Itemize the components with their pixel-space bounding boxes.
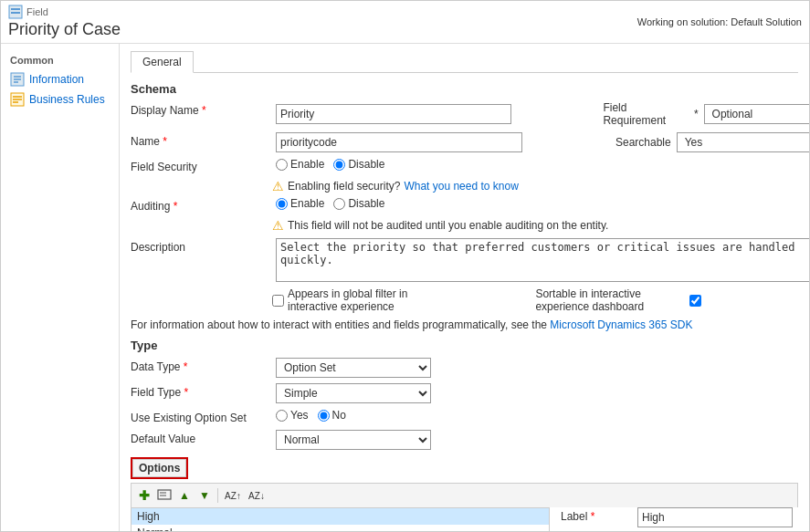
- business-rules-label: Business Rules: [29, 93, 105, 106]
- field-security-enable-option[interactable]: Enable: [276, 158, 324, 171]
- auditing-info-text: This field will not be audited until you…: [288, 219, 608, 232]
- business-rules-icon: [10, 92, 25, 107]
- global-filter-checkbox-label[interactable]: Appears in global filter ininteractive e…: [272, 287, 407, 313]
- searchable-select[interactable]: Yes No: [677, 132, 809, 152]
- use-existing-yes-radio[interactable]: [276, 410, 288, 422]
- auditing-info-row: ⚠ This field will not be audited until y…: [131, 218, 798, 233]
- information-icon: [10, 72, 25, 87]
- options-list: High Normal Low Critical: [131, 508, 549, 531]
- sdk-link-row: For information about how to interact wi…: [131, 318, 798, 331]
- display-name-label: Display Name *: [131, 101, 272, 117]
- options-right-panel: Label * Value *: [561, 507, 798, 531]
- field-requirement-select[interactable]: Optional Business Recommended Business R…: [704, 104, 809, 124]
- warning-icon: ⚠: [272, 179, 284, 193]
- move-down-button[interactable]: ▼: [195, 486, 214, 505]
- options-section: Options ✚ ▲ ▼ AZ↑: [131, 457, 798, 531]
- sort-az-button[interactable]: AZ↑: [222, 486, 244, 505]
- searchable-label: Searchable: [615, 136, 671, 149]
- use-existing-radio-group: Yes No: [276, 409, 346, 422]
- field-security-link[interactable]: What you need to know: [404, 180, 518, 193]
- page-title: Priority of Case: [8, 20, 121, 39]
- type-section: Type Data Type * Option Set Field: [131, 339, 798, 450]
- sdk-link[interactable]: Microsoft Dynamics 365 SDK: [550, 318, 692, 331]
- use-existing-row: Use Existing Option Set Yes No: [131, 409, 798, 424]
- display-name-row: Display Name * Field Requirement * Optio…: [131, 101, 798, 127]
- auditing-enable-radio[interactable]: [276, 198, 288, 210]
- top-bar: Field Priority of Case Working on soluti…: [1, 1, 809, 44]
- description-label: Description: [131, 238, 272, 254]
- field-security-row: Field Security Enable Disable: [131, 158, 798, 173]
- field-type-row: Field Type * Simple: [131, 383, 798, 403]
- information-label: Information: [29, 73, 84, 86]
- data-type-row: Data Type * Option Set: [131, 358, 798, 378]
- options-section-title: Options: [132, 459, 186, 477]
- option-label-row: Label *: [561, 507, 798, 527]
- default-value-row: Default Value Normal High Low Critical: [131, 430, 798, 450]
- field-icon: [8, 5, 23, 19]
- sortable-label: Sortable in interactiveexperience dashbo…: [535, 287, 644, 313]
- type-section-title: Type: [131, 339, 798, 352]
- use-existing-no-radio[interactable]: [318, 410, 330, 422]
- svg-rect-1: [11, 8, 20, 10]
- sidebar-section-common: Common: [1, 51, 119, 69]
- top-bar-left: Field Priority of Case: [8, 5, 121, 39]
- option-label-input[interactable]: [637, 507, 793, 527]
- name-label: Name *: [131, 132, 272, 148]
- schema-section-title: Schema: [131, 82, 798, 96]
- svg-rect-2: [11, 12, 20, 14]
- default-value-select[interactable]: Normal High Low Critical: [276, 430, 431, 450]
- default-value-label: Default Value: [131, 430, 272, 445]
- use-existing-label: Use Existing Option Set: [131, 409, 272, 424]
- field-security-disable-option[interactable]: Disable: [333, 158, 384, 171]
- global-filter-checkbox[interactable]: [272, 295, 284, 307]
- auditing-enable-option[interactable]: Enable: [276, 197, 324, 210]
- working-on-label: Working on solution: Default Solution: [637, 16, 802, 27]
- edit-option-button[interactable]: [155, 486, 174, 505]
- field-security-radio-group: Enable Disable: [276, 158, 384, 171]
- auditing-disable-radio[interactable]: [333, 198, 345, 210]
- options-header-box: Options: [131, 457, 188, 479]
- sort-za-button[interactable]: AZ↓: [246, 486, 268, 505]
- auditing-radio-group: Enable Disable: [276, 197, 384, 210]
- data-type-label: Data Type *: [131, 358, 272, 373]
- add-option-button[interactable]: ✚: [135, 486, 153, 505]
- global-filter-label: Appears in global filter ininteractive e…: [288, 287, 407, 313]
- display-name-input[interactable]: [276, 104, 511, 124]
- breadcrumb: Field: [26, 6, 48, 17]
- filter-sortable-row: Appears in global filter ininteractive e…: [131, 287, 798, 313]
- options-layout: High Normal Low Critical Label *: [131, 507, 798, 531]
- auditing-disable-option[interactable]: Disable: [333, 197, 384, 210]
- field-type-label: Field Type *: [131, 383, 272, 399]
- main-content: General Schema Display Name * Field Requ…: [120, 44, 809, 531]
- tab-bar: General: [131, 51, 798, 73]
- field-security-warning-text: Enabling field security?: [288, 180, 400, 193]
- field-requirement-label: Field Requirement: [603, 101, 688, 127]
- field-security-label: Field Security: [131, 158, 272, 173]
- field-security-disable-radio[interactable]: [333, 159, 345, 171]
- use-existing-no-option[interactable]: No: [318, 409, 346, 422]
- option-label-label: Label *: [561, 507, 634, 523]
- auditing-info-icon: ⚠: [272, 218, 284, 233]
- sidebar-item-business-rules[interactable]: Business Rules: [1, 89, 119, 110]
- data-type-select[interactable]: Option Set: [276, 358, 431, 378]
- field-type-select[interactable]: Simple: [276, 383, 431, 403]
- field-security-enable-radio[interactable]: [276, 159, 288, 171]
- svg-rect-11: [158, 490, 171, 499]
- move-up-button[interactable]: ▲: [175, 486, 194, 505]
- options-toolbar: ✚ ▲ ▼ AZ↑ AZ↓: [131, 483, 798, 507]
- use-existing-yes-option[interactable]: Yes: [276, 409, 309, 422]
- field-security-warning-row: ⚠ Enabling field security? What you need…: [131, 179, 798, 193]
- edit-icon: [157, 489, 172, 502]
- sortable-checkbox[interactable]: [689, 295, 701, 307]
- description-row: Description Select the priority so that …: [131, 238, 798, 282]
- toolbar-separator: [217, 488, 218, 503]
- tab-general[interactable]: General: [131, 51, 194, 73]
- options-list-box: High Normal Low Critical: [131, 507, 550, 531]
- auditing-label: Auditing *: [131, 197, 272, 213]
- sidebar-item-information[interactable]: Information: [1, 69, 119, 89]
- name-input[interactable]: [276, 132, 522, 152]
- option-item-high[interactable]: High: [131, 508, 549, 525]
- sidebar: Common Information Business Rules: [1, 44, 120, 531]
- description-textarea[interactable]: Select the priority so that preferred cu…: [276, 238, 809, 282]
- option-item-normal[interactable]: Normal: [131, 525, 549, 531]
